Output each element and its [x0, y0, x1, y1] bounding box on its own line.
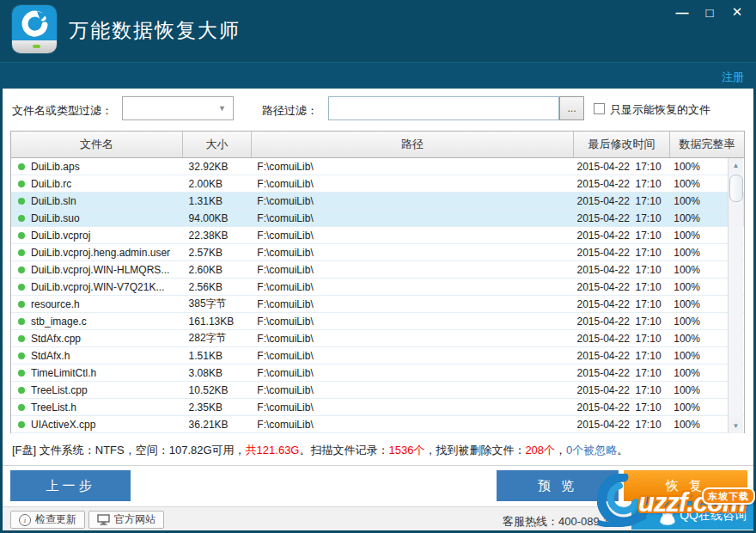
column-header-modified[interactable]: 最后修改时间 — [574, 132, 670, 157]
cell-path: F:\comuiLib\ — [251, 330, 572, 346]
status-segment: 。 — [617, 444, 628, 456]
cell-filename: resource.h — [31, 298, 80, 310]
cell-path: F:\comuiLib\ — [251, 416, 572, 432]
recoverable-status-icon — [18, 421, 25, 428]
scroll-up-icon[interactable]: ▲ — [729, 158, 743, 173]
minimize-button[interactable]: — — [674, 3, 691, 21]
cell-filename: TimeLimitCtl.h — [31, 367, 96, 379]
cell-path: F:\comuiLib\ — [251, 382, 572, 398]
cell-size: 2.57KB — [183, 244, 252, 260]
official-site-label: 官方网站 — [114, 512, 155, 527]
qq-service-label: QQ在线咨询 — [680, 508, 747, 524]
cell-modified: 2015-04-22 17:10 — [572, 158, 668, 175]
register-link[interactable]: 注册 — [722, 70, 744, 85]
cell-path: F:\comuiLib\ — [251, 158, 572, 175]
cell-filename: TreeList.h — [31, 401, 76, 414]
table-row[interactable]: DuiLib.aps 32.92KB F:\comuiLib\ 2015-04-… — [11, 158, 744, 175]
table-row[interactable]: DuiLib.sln 1.31KB F:\comuiLib\ 2015-04-2… — [11, 193, 744, 210]
cell-filename: StdAfx.cpp — [31, 333, 81, 345]
column-header-filename[interactable]: 文件名 — [11, 132, 183, 157]
table-row[interactable]: TreeList.cpp 10.52KB F:\comuiLib\ 2015-0… — [11, 382, 744, 399]
cell-filename: stb_image.c — [31, 316, 87, 328]
table-row[interactable]: DuiLib.suo 94.00KB F:\comuiLib\ 2015-04-… — [11, 210, 744, 227]
name-filter-select[interactable]: ▼ — [122, 96, 234, 120]
cell-size: 94.00KB — [183, 210, 252, 226]
cell-size: 282字节 — [183, 330, 252, 346]
sub-header-bar: 注册 — [0, 62, 756, 89]
cell-modified: 2015-04-22 17:10 — [572, 261, 668, 278]
path-filter-label: 路径过滤： — [262, 103, 318, 119]
cell-modified: 2015-04-22 17:10 — [572, 175, 668, 192]
table-row[interactable]: DuiLib.vcproj 22.38KB F:\comuiLib\ 2015-… — [11, 227, 744, 244]
status-segment: 1536个 — [388, 444, 424, 456]
table-row[interactable]: StdAfx.h 1.51KB F:\comuiLib\ 2015-04-22 … — [11, 347, 744, 365]
cell-modified: 2015-04-22 17:10 — [572, 193, 668, 209]
cell-size: 2.35KB — [183, 399, 252, 415]
cell-filename: DuiLib.vcproj.heng.admin.user — [31, 247, 170, 259]
cell-path: F:\comuiLib\ — [251, 175, 572, 192]
table-row[interactable]: DuiLib.vcproj.WIN-V7Q21K... 2.56KB F:\co… — [11, 279, 744, 296]
cell-filename: DuiLib.rc — [31, 178, 71, 190]
qq-service-button[interactable]: QQ在线咨询 — [631, 501, 753, 530]
cell-path: F:\comuiLib\ — [251, 210, 572, 226]
table-row[interactable]: UIActiveX.cpp 36.21KB F:\comuiLib\ 2015-… — [11, 416, 744, 433]
dropdown-arrow-icon: ▼ — [218, 104, 226, 113]
table-row[interactable]: DuiLib.vcproj.WIN-HLMQRS... 2.60KB F:\co… — [11, 261, 744, 279]
recover-button[interactable]: 恢 复 — [624, 470, 747, 501]
recoverable-status-icon — [18, 232, 25, 239]
status-segment: ， — [555, 444, 566, 456]
cell-path: F:\comuiLib\ — [251, 261, 572, 278]
table-row[interactable]: DuiLib.vcproj.heng.admin.user 2.57KB F:\… — [11, 244, 744, 261]
title-bar: 万能数据恢复大师 — □ ✕ — [0, 0, 756, 62]
cell-path: F:\comuiLib\ — [251, 365, 572, 381]
column-header-path[interactable]: 路径 — [252, 132, 574, 157]
table-row[interactable]: resource.h 385字节 F:\comuiLib\ 2015-04-22… — [11, 296, 744, 313]
cell-size: 2.56KB — [183, 279, 252, 295]
scroll-down-icon[interactable]: ▼ — [729, 419, 743, 433]
column-header-integrity[interactable]: 数据完整率 — [670, 132, 744, 157]
recoverable-only-checkbox[interactable] — [594, 103, 605, 114]
cell-path: F:\comuiLib\ — [251, 347, 572, 364]
cell-size: 22.38KB — [183, 227, 252, 243]
official-site-button[interactable]: 官方网站 — [88, 511, 164, 529]
table-row[interactable]: StdAfx.cpp 282字节 F:\comuiLib\ 2015-04-22… — [11, 330, 744, 347]
cell-modified: 2015-04-22 17:10 — [572, 330, 668, 346]
recoverable-status-icon — [18, 404, 25, 411]
cell-filename: TreeList.cpp — [31, 384, 88, 396]
table-row[interactable]: TreeList.h 2.35KB F:\comuiLib\ 2015-04-2… — [11, 399, 744, 416]
vertical-scrollbar[interactable]: ▲ ▼ — [728, 158, 743, 433]
table-row[interactable]: TimeLimitCtl.h 3.08KB F:\comuiLib\ 2015-… — [11, 365, 744, 382]
table-row[interactable]: DuiLib.rc 2.00KB F:\comuiLib\ 2015-04-22… — [11, 175, 744, 193]
cell-size: 2.60KB — [183, 261, 252, 278]
column-header-size[interactable]: 大小 — [183, 132, 252, 157]
cell-modified: 2015-04-22 17:10 — [572, 227, 668, 243]
maximize-button[interactable]: □ — [701, 3, 718, 21]
drive-led — [33, 45, 40, 48]
cell-path: F:\comuiLib\ — [251, 279, 572, 295]
file-table-header: 文件名 大小 路径 最后修改时间 数据完整率 — [11, 132, 744, 158]
cell-size: 32.92KB — [183, 158, 252, 175]
close-button[interactable]: ✕ — [729, 3, 746, 21]
table-row[interactable]: stb_image.c 161.13KB F:\comuiLib\ 2015-0… — [11, 313, 744, 330]
name-filter-label: 文件名或类型过滤： — [12, 103, 113, 119]
recoverable-status-icon — [18, 266, 25, 273]
cell-modified: 2015-04-22 17:10 — [572, 296, 668, 312]
cell-modified: 2015-04-22 17:10 — [572, 365, 668, 381]
file-table-body: DuiLib.aps 32.92KB F:\comuiLib\ 2015-04-… — [11, 158, 744, 433]
cell-path: F:\comuiLib\ — [251, 193, 572, 209]
browse-button[interactable]: ... — [559, 96, 584, 120]
scrollbar-thumb[interactable] — [729, 175, 743, 202]
cell-size: 1.31KB — [183, 193, 252, 209]
status-segment: 共121.63G — [246, 444, 300, 456]
recoverable-status-icon — [18, 335, 25, 342]
app-window: 万能数据恢复大师 — □ ✕ 注册 文件名或类型过滤： ▼ 路径过滤： ... … — [0, 0, 756, 533]
cell-size: 2.00KB — [183, 175, 252, 192]
back-button[interactable]: 上一步 — [10, 470, 131, 501]
hotline-text: 客服热线：400-089-1998 — [503, 514, 628, 530]
preview-button[interactable]: 预 览 — [497, 470, 619, 501]
path-filter-input[interactable] — [328, 96, 559, 120]
cell-size: 1.51KB — [183, 347, 252, 364]
check-update-button[interactable]: i 检查更新 — [10, 511, 85, 529]
cell-path: F:\comuiLib\ — [251, 244, 572, 260]
cell-path: F:\comuiLib\ — [251, 313, 572, 329]
